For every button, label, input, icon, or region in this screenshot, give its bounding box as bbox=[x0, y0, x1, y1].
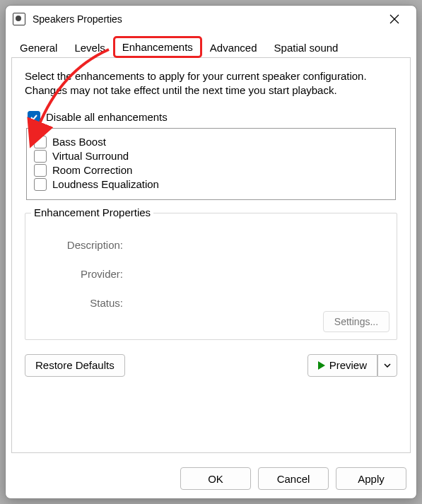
list-item[interactable]: Virtual Surround bbox=[34, 150, 388, 163]
titlebar: Speakers Properties bbox=[6, 6, 416, 33]
tab-advanced[interactable]: Advanced bbox=[201, 37, 266, 57]
enhancement-properties-group: Enhancement Properties Description: Prov… bbox=[25, 213, 397, 340]
speakers-properties-dialog: Speakers Properties General Levels Enhan… bbox=[5, 5, 417, 499]
virtual-surround-label: Virtual Surround bbox=[52, 150, 129, 162]
enhancements-panel: Select the enhancements to apply for you… bbox=[11, 57, 411, 453]
preview-split-button: Preview bbox=[307, 354, 397, 377]
bass-boost-label: Bass Boost bbox=[52, 136, 106, 148]
list-item[interactable]: Loudness Equalization bbox=[34, 178, 388, 191]
settings-button[interactable]: Settings... bbox=[323, 311, 389, 332]
checkmark-icon bbox=[30, 113, 38, 122]
close-button[interactable] bbox=[378, 8, 411, 30]
dialog-button-row: OK Cancel Apply bbox=[6, 459, 416, 498]
virtual-surround-checkbox[interactable] bbox=[34, 150, 47, 163]
room-correction-label: Room Correction bbox=[52, 164, 132, 176]
tab-strip: General Levels Enhancements Advanced Spa… bbox=[6, 33, 416, 58]
ok-button[interactable]: OK bbox=[180, 467, 251, 490]
cancel-button[interactable]: Cancel bbox=[258, 467, 329, 490]
status-label: Status: bbox=[35, 297, 127, 309]
tab-spatial-sound[interactable]: Spatial sound bbox=[266, 37, 347, 57]
window-title: Speakers Properties bbox=[33, 13, 122, 25]
room-correction-checkbox[interactable] bbox=[34, 164, 47, 177]
preview-dropdown-toggle[interactable] bbox=[377, 354, 397, 377]
play-icon bbox=[318, 361, 325, 370]
panel-description: Select the enhancements to apply for you… bbox=[25, 69, 397, 98]
description-label: Description: bbox=[35, 239, 127, 251]
provider-label: Provider: bbox=[35, 268, 127, 280]
properties-title: Enhancement Properties bbox=[31, 206, 153, 218]
tab-enhancements[interactable]: Enhancements bbox=[114, 37, 201, 57]
restore-defaults-button[interactable]: Restore Defaults bbox=[25, 354, 125, 377]
loudness-eq-checkbox[interactable] bbox=[34, 178, 47, 191]
preview-button[interactable]: Preview bbox=[307, 354, 377, 377]
panel-button-row: Restore Defaults Preview bbox=[25, 354, 397, 377]
tab-levels[interactable]: Levels bbox=[66, 37, 113, 57]
list-item[interactable]: Bass Boost bbox=[34, 136, 388, 148]
apply-button[interactable]: Apply bbox=[336, 467, 406, 490]
tab-general[interactable]: General bbox=[11, 37, 66, 57]
disable-all-checkbox[interactable] bbox=[28, 111, 40, 124]
close-icon bbox=[389, 14, 399, 24]
chevron-down-icon bbox=[384, 363, 391, 368]
loudness-eq-label: Loudness Equalization bbox=[52, 178, 159, 190]
disable-all-label: Disable all enhancements bbox=[46, 111, 168, 123]
bass-boost-checkbox[interactable] bbox=[34, 136, 47, 148]
disable-all-row[interactable]: Disable all enhancements bbox=[28, 111, 397, 124]
preview-label: Preview bbox=[329, 359, 367, 371]
list-item[interactable]: Room Correction bbox=[34, 164, 388, 177]
enhancements-list: Bass Boost Virtual Surround Room Correct… bbox=[26, 128, 396, 200]
speaker-icon bbox=[13, 13, 25, 25]
